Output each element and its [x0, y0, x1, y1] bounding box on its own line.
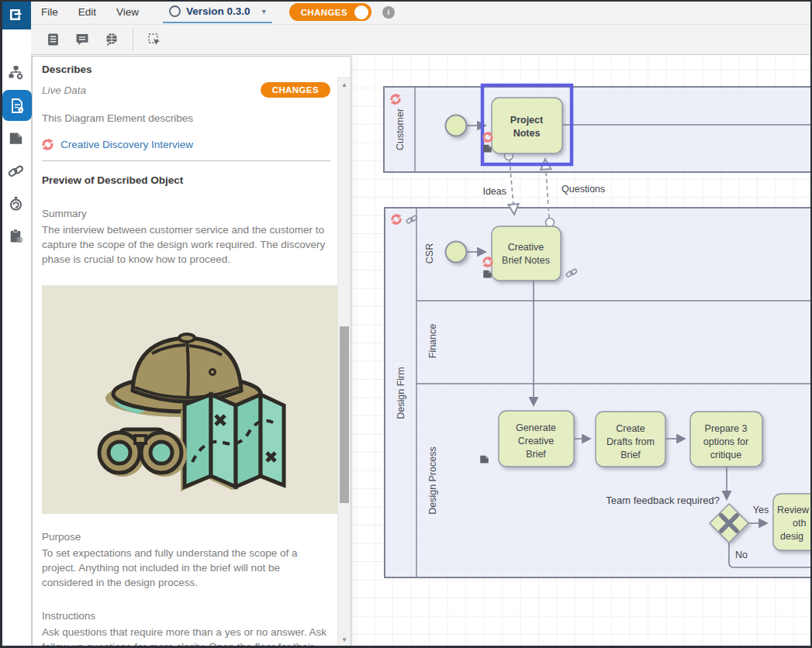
purpose-text: To set expectations and fully understand…	[42, 546, 330, 590]
lane-label-finance: Finance	[427, 324, 438, 359]
page-icon	[9, 131, 23, 146]
version-selector[interactable]: Version 0.3.0 ▾	[163, 2, 272, 23]
task-label: options for	[703, 436, 748, 447]
comment-button[interactable]	[67, 25, 97, 54]
sidebar-item-describes[interactable]	[2, 90, 32, 121]
panel-title: Describes	[42, 64, 330, 75]
pool-label-design-firm: Design Firm	[396, 367, 406, 419]
flow-label-ideas: Ideas	[482, 186, 506, 197]
task-label: Creative	[518, 436, 555, 446]
summary-text: The interview between customer service a…	[42, 222, 330, 267]
app-logo[interactable]	[0, 0, 31, 29]
describes-refresh-icon	[42, 139, 54, 150]
lane-label-design-process: Design Process	[427, 446, 438, 515]
sidebar-item-hierarchy[interactable]	[0, 57, 31, 88]
timer-sync-icon	[8, 195, 24, 212]
task-label: Brief	[526, 449, 546, 460]
task-label: Brief	[620, 450, 641, 460]
info-icon[interactable]: i	[382, 6, 395, 19]
task-label: critique	[710, 450, 741, 460]
export-box-icon	[7, 6, 24, 23]
globe-comment-icon	[105, 33, 119, 47]
document-lines-icon	[47, 33, 60, 47]
task-label: Prepare 3	[705, 423, 748, 434]
task-label: desig	[780, 531, 803, 542]
task-label: Notes	[513, 128, 541, 139]
scroll-down-icon[interactable]: ▼	[338, 633, 351, 646]
task-label: Drafts from	[606, 436, 655, 447]
described-object-link[interactable]: Creative Discovery Interview	[60, 139, 193, 150]
gateway-question-label: Team feedback required?	[606, 495, 720, 506]
sidebar-item-links[interactable]	[0, 155, 31, 186]
changes-toggle[interactable]: CHANGES	[289, 3, 371, 21]
task-label: Review	[777, 505, 810, 515]
live-data-label: Live Data	[42, 84, 86, 96]
explorer-hat-binoculars-map-illustration	[74, 307, 307, 493]
document-lines-button[interactable]	[38, 25, 67, 54]
preview-heading: Preview of Described Object	[42, 174, 330, 186]
message-source-dot	[546, 219, 555, 227]
scrollbar-thumb[interactable]	[340, 326, 349, 503]
start-event-csr[interactable]	[446, 242, 467, 263]
task-create-drafts-from-brief[interactable]: Create Drafts from Brief	[596, 412, 665, 467]
changes-badge: CHANGES	[261, 82, 330, 98]
preview-illustration	[42, 285, 338, 514]
link-icon	[8, 163, 24, 179]
document-info-icon	[9, 98, 26, 114]
panel-scrollbar[interactable]: ▲ ▼	[337, 77, 351, 647]
lane-label-csr: CSR	[424, 243, 435, 264]
marquee-select-icon	[147, 33, 162, 47]
menu-view[interactable]: View	[106, 6, 149, 18]
globe-comment-button[interactable]	[97, 25, 126, 54]
task-label: Brief Notes	[502, 255, 550, 266]
task-label: Create	[616, 423, 645, 434]
toolbar-separator	[133, 28, 133, 51]
toolbar	[31, 25, 812, 55]
task-prepare-3-options[interactable]: Prepare 3 options for critique	[690, 412, 762, 467]
sidebar-item-tasks[interactable]	[0, 220, 31, 251]
describes-intro: This Diagram Element describes	[42, 111, 330, 126]
chevron-down-icon: ▾	[262, 7, 266, 16]
version-label: Version 0.3.0	[186, 5, 251, 17]
purpose-label: Purpose	[42, 529, 330, 544]
task-label: Project	[510, 115, 544, 126]
toggle-knob	[354, 5, 368, 19]
clipboard-gear-icon	[8, 228, 24, 244]
menu-file[interactable]: File	[31, 6, 68, 18]
task-label: oth	[793, 518, 806, 529]
describes-panel: Describes Live Data CHANGES This Diagram…	[32, 56, 351, 648]
flow-label-yes: Yes	[753, 505, 769, 515]
instructions-label: Instructions	[42, 608, 330, 623]
app-window: File Edit View Version 0.3.0 ▾ CHANGES i	[0, 0, 812, 648]
start-event-customer[interactable]	[446, 115, 467, 136]
marquee-select-button[interactable]	[140, 25, 169, 54]
scroll-up-icon[interactable]: ▲	[338, 78, 351, 91]
task-review-clipped[interactable]: Review oth desig	[773, 494, 812, 550]
version-circle-icon	[169, 5, 181, 17]
pool-label-customer: Customer	[395, 109, 406, 150]
task-label: Creative	[508, 242, 544, 253]
comment-icon	[75, 33, 89, 47]
sidebar-item-page[interactable]	[0, 122, 31, 153]
flow-label-questions: Questions	[561, 184, 605, 195]
summary-label: Summary	[42, 206, 330, 221]
instructions-text: Ask questions that require more than a y…	[42, 625, 330, 647]
menu-bar: File Edit View Version 0.3.0 ▾ CHANGES i	[31, 0, 812, 25]
left-sidebar	[0, 0, 32, 648]
menu-edit[interactable]: Edit	[68, 6, 106, 18]
changes-toggle-label: CHANGES	[301, 8, 347, 17]
divider	[42, 160, 330, 161]
task-label: Generate	[516, 422, 556, 433]
sidebar-item-history[interactable]	[0, 188, 31, 219]
hierarchy-gear-icon	[8, 64, 24, 81]
flow-label-no: No	[735, 550, 748, 560]
describes-panel-content: Describes Live Data CHANGES This Diagram…	[33, 57, 338, 647]
